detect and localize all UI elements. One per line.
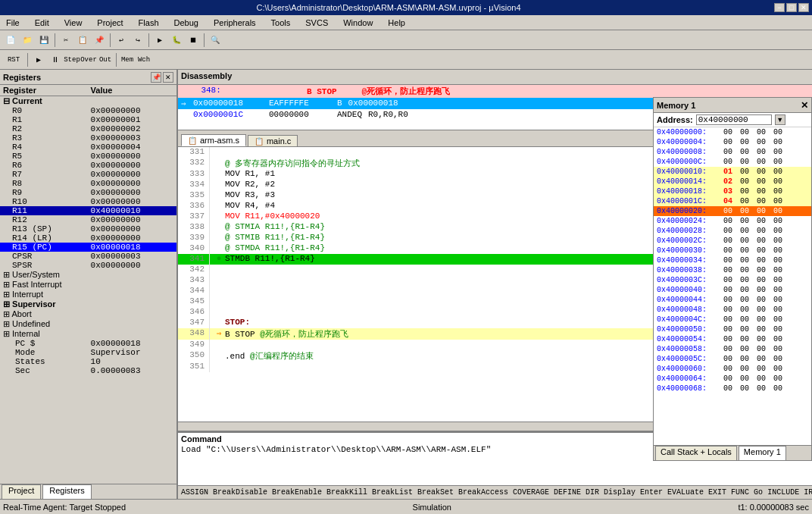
memory-row[interactable]: 0x40000050:00000000 bbox=[654, 324, 811, 334]
memory-row[interactable]: 0x40000068:00000000 bbox=[654, 384, 811, 393]
register-row[interactable]: R15 (PC)0x00000018 bbox=[0, 243, 176, 252]
step-btn[interactable]: Step bbox=[64, 52, 80, 67]
copy-btn[interactable]: 📋 bbox=[75, 33, 90, 48]
memory-row[interactable]: 0x40000018:03000000 bbox=[654, 186, 811, 196]
memory-row[interactable]: 0x40000024:00000000 bbox=[654, 216, 811, 226]
callstack-tab[interactable]: Call Stack + Locals bbox=[655, 446, 737, 460]
memory-close-button[interactable]: ✕ bbox=[801, 100, 808, 111]
memory-btn[interactable]: Mem bbox=[120, 52, 135, 67]
register-row[interactable]: R50x00000000 bbox=[0, 152, 176, 161]
menu-edit[interactable]: Edit bbox=[32, 18, 52, 27]
register-row[interactable]: R00x00000000 bbox=[0, 106, 176, 115]
memory-row[interactable]: 0x4000005C:00000000 bbox=[654, 354, 811, 364]
close-panel-icon[interactable]: ✕ bbox=[163, 72, 173, 83]
menu-file[interactable]: File bbox=[3, 18, 23, 27]
register-group[interactable]: ⊞ Interrupt bbox=[0, 290, 176, 299]
maximize-button[interactable]: □ bbox=[786, 3, 797, 12]
register-row[interactable]: R120x00000000 bbox=[0, 215, 176, 224]
internal-register-row[interactable]: PC $0x00000018 bbox=[0, 339, 176, 348]
memory-row[interactable]: 0x4000003C:00000000 bbox=[654, 275, 811, 285]
memory-row[interactable]: 0x40000064:00000000 bbox=[654, 374, 811, 384]
register-row[interactable]: R110x40000010 bbox=[0, 206, 176, 215]
register-row[interactable]: R14 (LR)0x00000000 bbox=[0, 233, 176, 243]
memory-row[interactable]: 0x40000054:00000000 bbox=[654, 334, 811, 344]
memory-row[interactable]: 0x40000028:00000000 bbox=[654, 226, 811, 236]
cut-btn[interactable]: ✂ bbox=[58, 33, 73, 48]
menu-debug[interactable]: Debug bbox=[171, 18, 201, 27]
build-btn[interactable]: ▶ bbox=[152, 33, 167, 48]
project-tab[interactable]: Project bbox=[2, 484, 41, 499]
memory-row[interactable]: 0x40000030:00000000 bbox=[654, 246, 811, 255]
watch-btn[interactable]: Wch bbox=[136, 52, 151, 67]
memory-row[interactable]: 0x40000020:00000000 bbox=[654, 206, 811, 216]
stop-btn[interactable]: ⏹ bbox=[186, 33, 201, 48]
register-row[interactable]: SPSR0x00000000 bbox=[0, 261, 176, 270]
memory1-tab[interactable]: Memory 1 bbox=[739, 446, 786, 460]
memory-row[interactable]: 0x4000004C:00000000 bbox=[654, 315, 811, 324]
memory-row[interactable]: 0x40000034:00000000 bbox=[654, 255, 811, 265]
memory-row[interactable]: 0x40000040:00000000 bbox=[654, 285, 811, 295]
register-row[interactable]: R40x00000004 bbox=[0, 143, 176, 152]
register-group[interactable]: ⊞ User/System bbox=[0, 270, 176, 280]
menu-view[interactable]: View bbox=[61, 18, 86, 27]
stepover-btn[interactable]: Over bbox=[81, 52, 96, 67]
memory-row[interactable]: 0x40000010:01000000 bbox=[654, 167, 811, 177]
address-dropdown-btn[interactable]: ▼ bbox=[775, 114, 785, 125]
register-row[interactable]: R90x00000000 bbox=[0, 188, 176, 197]
paste-btn[interactable]: 📌 bbox=[92, 33, 107, 48]
menu-peripherals[interactable]: Peripherals bbox=[211, 18, 259, 27]
memory-row[interactable]: 0x40000044:00000000 bbox=[654, 295, 811, 305]
tab-c[interactable]: 📋 main.c bbox=[248, 135, 298, 146]
redo-btn[interactable]: ↪ bbox=[130, 33, 145, 48]
register-group[interactable]: ⊞ Supervisor bbox=[0, 299, 176, 309]
menu-project[interactable]: Project bbox=[94, 18, 126, 27]
register-group[interactable]: ⊞ Fast Interrupt bbox=[0, 280, 176, 290]
register-row[interactable]: R30x00000003 bbox=[0, 133, 176, 143]
register-row[interactable]: R20x00000002 bbox=[0, 124, 176, 133]
find-btn[interactable]: 🔍 bbox=[208, 33, 223, 48]
pin-icon[interactable]: 📌 bbox=[151, 72, 161, 83]
memory-row[interactable]: 0x4000001C:04000000 bbox=[654, 196, 811, 206]
new-btn[interactable]: 📄 bbox=[3, 33, 18, 48]
menu-svcs[interactable]: SVCS bbox=[302, 18, 331, 27]
memory-address-input[interactable] bbox=[696, 114, 772, 125]
register-row[interactable]: R80x00000000 bbox=[0, 179, 176, 188]
register-row[interactable]: R13 (SP)0x00000000 bbox=[0, 224, 176, 233]
minimize-button[interactable]: − bbox=[774, 3, 785, 12]
memory-row[interactable]: 0x40000004:00000000 bbox=[654, 137, 811, 147]
menu-flash[interactable]: Flash bbox=[136, 18, 162, 27]
tab-asm[interactable]: 📋 arm-asm.s bbox=[181, 134, 246, 146]
reset-btn[interactable]: RST bbox=[3, 52, 24, 67]
memory-row[interactable]: 0x40000058:00000000 bbox=[654, 344, 811, 354]
register-row[interactable]: R60x00000000 bbox=[0, 161, 176, 170]
registers-tab[interactable]: Registers bbox=[42, 484, 91, 499]
save-btn[interactable]: 💾 bbox=[36, 33, 52, 48]
memory-row[interactable]: 0x40000060:00000000 bbox=[654, 364, 811, 374]
memory-row[interactable]: 0x40000048:00000000 bbox=[654, 305, 811, 315]
stop2-btn[interactable]: ⏸ bbox=[48, 52, 63, 67]
register-group[interactable]: ⊞ Internal bbox=[0, 329, 176, 339]
internal-register-row[interactable]: Sec0.00000083 bbox=[0, 366, 176, 375]
memory-row[interactable]: 0x4000002C:00000000 bbox=[654, 236, 811, 246]
register-row[interactable]: CPSR0x00000003 bbox=[0, 252, 176, 261]
register-row[interactable]: R10x00000001 bbox=[0, 115, 176, 124]
memory-row[interactable]: 0x40000014:02000000 bbox=[654, 177, 811, 186]
menu-window[interactable]: Window bbox=[340, 18, 376, 27]
memory-row[interactable]: 0x4000000C:00000000 bbox=[654, 157, 811, 167]
memory-row[interactable]: 0x40000000:00000000 bbox=[654, 127, 811, 137]
open-btn[interactable]: 📁 bbox=[20, 33, 35, 48]
run-btn[interactable]: ▶ bbox=[31, 52, 46, 67]
stepout-btn[interactable]: Out bbox=[98, 52, 113, 67]
memory-row[interactable]: 0x40000038:00000000 bbox=[654, 265, 811, 275]
register-group[interactable]: ⊞ Abort bbox=[0, 309, 176, 319]
internal-register-row[interactable]: States10 bbox=[0, 357, 176, 366]
internal-register-row[interactable]: ModeSupervisor bbox=[0, 348, 176, 357]
memory-row[interactable]: 0x40000008:00000000 bbox=[654, 147, 811, 157]
menu-tools[interactable]: Tools bbox=[268, 18, 294, 27]
undo-btn[interactable]: ↩ bbox=[114, 33, 129, 48]
register-group[interactable]: ⊞ Undefined bbox=[0, 319, 176, 329]
register-row[interactable]: R100x00000000 bbox=[0, 197, 176, 206]
register-row[interactable]: R70x00000000 bbox=[0, 170, 176, 179]
close-button[interactable]: ✕ bbox=[798, 3, 809, 12]
debug-btn[interactable]: 🐛 bbox=[169, 33, 184, 48]
